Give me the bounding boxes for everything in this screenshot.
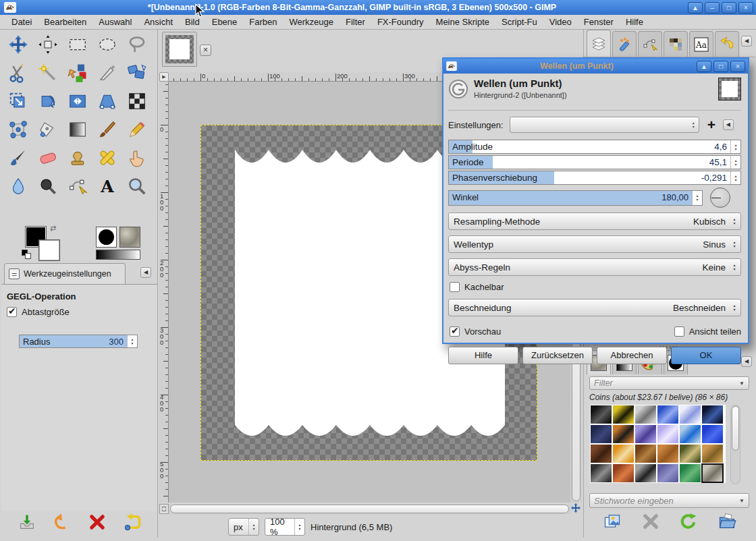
duplicate-pattern-button[interactable]	[601, 510, 624, 533]
pattern-tile[interactable]	[612, 405, 634, 424]
checkbox-box[interactable]	[7, 307, 17, 317]
unit-spinner[interactable]: ▴▾	[248, 519, 259, 535]
zoom-input[interactable]: 100 % ▴▾	[265, 518, 305, 536]
default-colors-icon[interactable]	[22, 250, 32, 259]
pattern-tile[interactable]	[657, 463, 679, 483]
abbrechen-button[interactable]: Abbrechen	[597, 347, 667, 364]
pattern-tile[interactable]	[657, 405, 679, 424]
tool-paths[interactable]	[63, 173, 92, 200]
menu-bearbeiten[interactable]: Bearbeiten	[38, 16, 92, 28]
tool-zoom[interactable]	[123, 173, 151, 200]
pattern-tile[interactable]	[679, 424, 701, 444]
pattern-tile[interactable]	[679, 444, 701, 463]
pattern-tile[interactable]	[634, 444, 657, 463]
vorschau-checkbox[interactable]	[450, 326, 460, 337]
tool-crop[interactable]	[4, 88, 32, 115]
menu-bild[interactable]: Bild	[179, 16, 206, 28]
maximize-button[interactable]: □	[722, 2, 736, 13]
zurücksetzen-button[interactable]: Zurücksetzen	[522, 347, 593, 364]
menu-filter[interactable]: Filter	[340, 16, 371, 28]
dock-tab-paths[interactable]	[638, 31, 662, 57]
tool-foreground-select[interactable]	[93, 59, 122, 86]
preset-menu-button[interactable]: ◀	[723, 119, 734, 130]
tool-pencil[interactable]	[123, 116, 151, 143]
dock-collapse-button[interactable]: ◀	[741, 36, 752, 47]
dock-tab-colormap[interactable]	[664, 31, 688, 57]
tool-smudge[interactable]	[123, 144, 151, 171]
pattern-tile[interactable]	[701, 424, 724, 444]
ruler-corner-button[interactable]: ▶	[159, 72, 169, 82]
quick-mask-button[interactable]	[159, 504, 169, 514]
zoom-spinner[interactable]: ▴▾	[294, 519, 304, 535]
menu-script-fu[interactable]: Script-Fu	[495, 16, 543, 28]
slider-spinner[interactable]: ▴▾	[692, 191, 702, 205]
ansicht-teilen-checkbox[interactable]	[674, 326, 684, 337]
tool-heal[interactable]	[93, 144, 122, 171]
tool-clone[interactable]	[63, 144, 92, 171]
shade-button[interactable]: ▲	[688, 2, 703, 13]
combo-abyss-regeln[interactable]: Abyss-RegelnKeine▴▾	[448, 258, 741, 276]
abtastgroesse-checkbox[interactable]: Abtastgröße	[7, 307, 157, 317]
combo-spinner[interactable]: ▴▾	[730, 300, 739, 316]
pattern-tile[interactable]	[657, 444, 679, 463]
slider-phasenverschiebung[interactable]: Phasenverschiebung-0,291▴▾	[448, 171, 741, 185]
active-brush-swatch[interactable]	[96, 227, 117, 248]
active-gradient-swatch[interactable]	[96, 250, 140, 260]
slider-spinner[interactable]: ▴▾	[730, 171, 740, 184]
tool-ellipse-select[interactable]	[93, 31, 122, 58]
save-button[interactable]	[16, 511, 38, 533]
pattern-tile[interactable]	[657, 424, 679, 444]
close-button[interactable]: ×	[730, 61, 745, 72]
menu-fenster[interactable]: Fenster	[578, 16, 620, 28]
settings-combo[interactable]: ▴▾	[510, 117, 699, 133]
combo-spinner[interactable]: ▴▾	[730, 236, 739, 252]
dialog-titlebar[interactable]: Wellen (um Punkt) ▲□×	[443, 59, 748, 74]
tab-tool-options[interactable]: ⚌ Werkzeugeinstellungen	[4, 263, 126, 284]
add-preset-button[interactable]: +	[707, 118, 716, 132]
dock-tab-fonts[interactable]: Aa	[689, 31, 713, 57]
combo-resampling-methode[interactable]: Resampling-MethodeKubisch▴▾	[448, 212, 741, 230]
unit-select[interactable]: px ▴▾	[228, 518, 259, 536]
tool-bucket-fill[interactable]	[34, 116, 62, 143]
slider-spinner[interactable]: ▴▾	[730, 156, 740, 169]
tool-paintbrush[interactable]	[93, 116, 122, 143]
ok-button[interactable]: OK	[671, 347, 741, 364]
shade-button[interactable]: ▲	[697, 61, 711, 72]
pattern-tile[interactable]	[634, 463, 657, 483]
tool-blur[interactable]	[4, 173, 32, 200]
tool-select-by-color[interactable]	[63, 59, 92, 86]
swap-colors-icon[interactable]: ⇄	[50, 224, 62, 235]
settings-spinner[interactable]: ▴▾	[688, 117, 699, 132]
tool-options-collapse-button[interactable]: ◀	[140, 267, 151, 278]
image-tab-close-button[interactable]: ×	[200, 45, 211, 56]
tool-eraser[interactable]	[34, 144, 62, 171]
combo-spinner[interactable]: ▴▾	[730, 259, 739, 275]
checkbox-box[interactable]	[450, 282, 460, 292]
menu-ebene[interactable]: Ebene	[206, 16, 244, 28]
pattern-filter-combo[interactable]: Filter ▼	[589, 376, 749, 390]
tool-rotate[interactable]	[34, 88, 62, 115]
pattern-tile[interactable]	[590, 463, 612, 483]
navigation-button[interactable]	[570, 503, 583, 515]
open-pattern-button[interactable]	[716, 510, 738, 533]
slider-winkel[interactable]: Winkel180,00▴▾	[448, 190, 703, 206]
tags-input[interactable]: Stichworte eingeben ▼	[589, 493, 749, 508]
pattern-tile[interactable]	[701, 463, 724, 483]
tool-ink[interactable]	[4, 144, 32, 171]
pattern-tile[interactable]	[590, 405, 612, 424]
pattern-tile[interactable]	[701, 405, 724, 424]
tool-text[interactable]: A	[93, 173, 122, 200]
image-tab[interactable]	[162, 32, 197, 67]
angle-dial[interactable]	[710, 188, 730, 208]
pattern-tile[interactable]	[634, 405, 657, 424]
background-color-swatch[interactable]	[39, 240, 59, 260]
menu-fx-foundry[interactable]: FX-Foundry	[371, 16, 430, 28]
hilfe-button[interactable]: Hilfe	[448, 347, 518, 364]
tool-cage-transform[interactable]	[4, 116, 32, 143]
delete-button[interactable]	[86, 511, 109, 533]
combo-spinner[interactable]: ▴▾	[730, 213, 739, 229]
combo-beschneidung[interactable]: BeschneidungBeschneiden▴▾	[448, 299, 741, 316]
tool-free-select[interactable]	[123, 31, 151, 58]
menu-hilfe[interactable]: Hilfe	[620, 16, 649, 28]
revert-button[interactable]	[51, 511, 74, 533]
